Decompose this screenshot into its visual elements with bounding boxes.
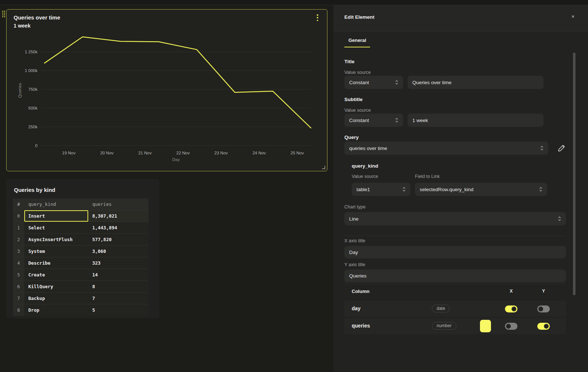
query-kind-cell[interactable]: Insert <box>24 210 88 222</box>
query-kind-cell[interactable]: Backup <box>24 293 88 304</box>
table-row[interactable]: 6KillQuery8 <box>13 280 148 292</box>
subtitle-section-heading: Subtitle <box>344 97 363 102</box>
svg-text:24 Nov: 24 Nov <box>252 151 266 155</box>
row-index-cell: 7 <box>13 293 24 304</box>
table-header-query-kind[interactable]: query_kind <box>24 198 88 210</box>
y-axis-title-value: Queries <box>349 273 366 279</box>
query-kind-cell[interactable]: Create <box>24 269 88 280</box>
subtitle-source-value: Constant <box>349 118 369 123</box>
query-kind-source-select[interactable]: table1 <box>352 183 410 196</box>
queries-by-kind-table: #query_kindqueries 0Insert8,307,0211Sele… <box>13 198 148 316</box>
toggle-knob <box>506 324 511 329</box>
title-value-source-label: Value source <box>344 70 371 75</box>
sidebar-title: Edit Element <box>344 14 374 20</box>
table-row[interactable]: 2AsyncInsertFlush577,820 <box>13 233 148 245</box>
chart-type-value: Line <box>349 216 359 222</box>
y-header-label: Y <box>537 289 550 294</box>
title-source-value: Constant <box>349 80 369 85</box>
field-to-link-value: selectedRow.query_kind <box>420 187 473 192</box>
series-color-swatch[interactable] <box>480 320 491 332</box>
table-row[interactable]: 3System3,060 <box>13 245 148 257</box>
column-mapping-header: Column X Y <box>344 284 566 296</box>
svg-text:19 Nov: 19 Nov <box>62 151 76 155</box>
section-divider <box>344 236 566 236</box>
tab-general[interactable]: General <box>344 37 370 47</box>
svg-text:23 Nov: 23 Nov <box>214 151 228 155</box>
query-kind-cell[interactable]: Drop <box>24 304 88 316</box>
queries-cell[interactable]: 8 <box>88 281 148 292</box>
svg-text:500k: 500k <box>28 106 37 110</box>
row-index-cell: 8 <box>13 304 24 316</box>
y-axis-toggle[interactable] <box>537 323 550 330</box>
sidebar-scrollbar[interactable] <box>573 53 576 295</box>
x-axis-toggle[interactable] <box>505 305 517 312</box>
row-index-cell: 2 <box>13 234 24 245</box>
table-header-row: #query_kindqueries <box>13 198 148 210</box>
row-index-cell: 0 <box>13 210 24 222</box>
edit-element-sidebar: Edit Element × General Title Value sourc… <box>333 5 588 372</box>
table-row[interactable]: 7Backup7 <box>13 292 148 304</box>
table-header-queries[interactable]: queries <box>88 198 148 210</box>
x-axis-title-value: Day <box>349 250 358 255</box>
svg-text:Queries: Queries <box>18 83 22 98</box>
y-axis-title-label: Y axis title <box>344 262 365 267</box>
table-row[interactable]: 0Insert8,307,021 <box>13 210 148 222</box>
table-row[interactable]: 4Describe323 <box>13 257 148 269</box>
row-index-cell: 4 <box>13 257 24 269</box>
subtitle-value-input[interactable]: 1 week <box>408 114 544 127</box>
column-mapping-section: Column X Y daydatequeriesnumber <box>344 284 566 343</box>
kebab-menu-icon[interactable] <box>317 14 318 21</box>
table-row[interactable]: 1Select1,443,894 <box>13 222 148 233</box>
chevron-updown-icon <box>558 216 561 222</box>
query-kind-heading: query_kind <box>352 163 378 169</box>
query-kind-cell[interactable]: KillQuery <box>24 281 88 292</box>
query-kind-cell[interactable]: Describe <box>24 257 88 269</box>
x-axis-title-input[interactable]: Day <box>344 246 566 258</box>
query-value: queries over time <box>349 146 387 151</box>
line-chart: 0250k500k750k1 000k1 250k19 Nov20 Nov21 … <box>7 10 327 171</box>
close-icon[interactable]: × <box>570 13 576 20</box>
svg-text:25 Nov: 25 Nov <box>290 151 304 155</box>
toggle-knob <box>538 307 543 311</box>
row-index-cell: 5 <box>13 269 24 280</box>
query-kind-cell[interactable]: Select <box>24 222 88 233</box>
queries-cell[interactable]: 1,443,894 <box>88 222 148 233</box>
queries-cell[interactable]: 8,307,021 <box>88 210 148 222</box>
table-body: 0Insert8,307,0211Select1,443,8942AsyncIn… <box>13 210 148 316</box>
title-section-heading: Title <box>344 59 355 64</box>
queries-cell[interactable]: 323 <box>88 257 148 269</box>
chevron-updown-icon <box>402 186 406 192</box>
y-axis-title-input[interactable]: Queries <box>344 269 566 282</box>
queries-cell[interactable]: 5 <box>88 304 148 316</box>
chart-type-select[interactable]: Line <box>344 212 566 225</box>
svg-text:20 Nov: 20 Nov <box>100 151 114 155</box>
chart-subtitle: 1 week <box>14 23 31 29</box>
column-type-badge: date <box>432 305 450 312</box>
field-to-link-select[interactable]: selectedRow.query_kind <box>415 183 547 196</box>
x-header-label: X <box>505 289 517 294</box>
table-row[interactable]: 5Create14 <box>13 269 148 280</box>
title-value-input[interactable]: Queries over time <box>408 76 544 89</box>
queries-cell[interactable]: 3,060 <box>88 246 148 257</box>
subtitle-source-select[interactable]: Constant <box>344 114 403 127</box>
resize-handle-icon[interactable] <box>322 166 325 169</box>
queries-cell[interactable]: 14 <box>88 269 148 280</box>
table-row[interactable]: 8Drop5 <box>13 304 148 316</box>
table-header-index[interactable]: # <box>13 198 24 210</box>
chevron-updown-icon <box>539 186 542 192</box>
query-kind-cell[interactable]: AsyncInsertFlush <box>24 234 88 245</box>
svg-text:21 Nov: 21 Nov <box>138 151 152 155</box>
queries-cell[interactable]: 577,820 <box>88 234 148 245</box>
chart-panel[interactable]: 0250k500k750k1 000k1 250k19 Nov20 Nov21 … <box>6 9 327 171</box>
title-source-select[interactable]: Constant <box>344 76 403 89</box>
drag-handle-icon[interactable] <box>2 11 5 19</box>
query-select[interactable]: queries over time <box>344 142 548 155</box>
queries-cell[interactable]: 7 <box>88 293 148 304</box>
x-axis-toggle[interactable] <box>505 323 517 330</box>
column-mapping-row: queriesnumber <box>344 318 566 334</box>
edit-pencil-icon[interactable] <box>557 144 566 153</box>
subtitle-value: 1 week <box>412 118 428 123</box>
y-axis-toggle[interactable] <box>537 305 550 312</box>
toggle-knob <box>512 307 516 311</box>
query-kind-cell[interactable]: System <box>24 246 88 257</box>
